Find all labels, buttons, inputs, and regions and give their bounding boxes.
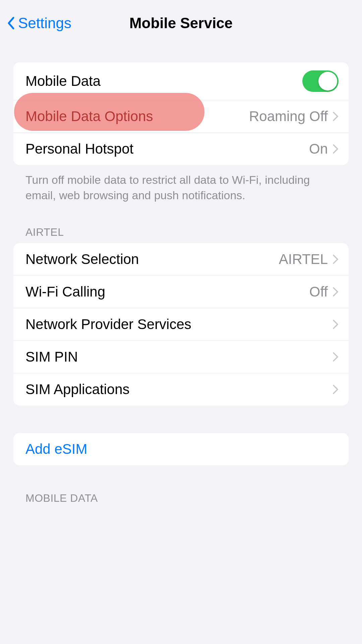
row-sim-pin[interactable]: SIM PIN [13, 340, 349, 373]
back-label: Settings [18, 15, 71, 32]
group-airtel: Network Selection AIRTEL Wi-Fi Calling O… [13, 243, 349, 406]
row-wifi-calling[interactable]: Wi-Fi Calling Off [13, 275, 349, 308]
mobile-data-options-label: Mobile Data Options [25, 108, 249, 124]
wifi-calling-label: Wi-Fi Calling [25, 284, 309, 300]
personal-hotspot-value: On [309, 141, 328, 157]
row-network-provider-services[interactable]: Network Provider Services [13, 308, 349, 340]
mobile-data-label: Mobile Data [25, 73, 302, 89]
group-esim: Add eSIM [13, 433, 349, 465]
group-mobile-data: Mobile Data Mobile Data Options Roaming … [13, 62, 349, 165]
header: Settings Mobile Service [0, 0, 362, 41]
mobile-data-toggle[interactable] [302, 70, 339, 92]
network-selection-label: Network Selection [25, 251, 279, 267]
row-network-selection[interactable]: Network Selection AIRTEL [13, 243, 349, 275]
chevron-right-icon [333, 111, 339, 121]
section-header-mobile-data: MOBILE DATA [13, 465, 349, 509]
content: Mobile Data Mobile Data Options Roaming … [0, 62, 362, 509]
page-title: Mobile Service [129, 15, 233, 32]
wifi-calling-value: Off [309, 284, 328, 300]
sim-pin-label: SIM PIN [25, 349, 333, 365]
chevron-right-icon [333, 287, 339, 297]
row-add-esim[interactable]: Add eSIM [13, 433, 349, 465]
chevron-right-icon [333, 352, 339, 362]
back-button[interactable]: Settings [7, 15, 71, 32]
section-header-airtel: AIRTEL [13, 203, 349, 243]
chevron-right-icon [333, 254, 339, 264]
add-esim-label: Add eSIM [25, 441, 339, 457]
row-personal-hotspot[interactable]: Personal Hotspot On [13, 132, 349, 165]
chevron-right-icon [333, 384, 339, 394]
toggle-knob [318, 72, 337, 91]
chevron-left-icon [7, 16, 15, 30]
sim-applications-label: SIM Applications [25, 381, 333, 397]
network-provider-services-label: Network Provider Services [25, 316, 333, 332]
personal-hotspot-label: Personal Hotspot [25, 141, 309, 157]
mobile-data-options-value: Roaming Off [249, 108, 328, 124]
chevron-right-icon [333, 144, 339, 154]
network-selection-value: AIRTEL [279, 251, 328, 267]
row-sim-applications[interactable]: SIM Applications [13, 373, 349, 406]
chevron-right-icon [333, 319, 339, 329]
group1-footer: Turn off mobile data to restrict all dat… [13, 165, 349, 203]
